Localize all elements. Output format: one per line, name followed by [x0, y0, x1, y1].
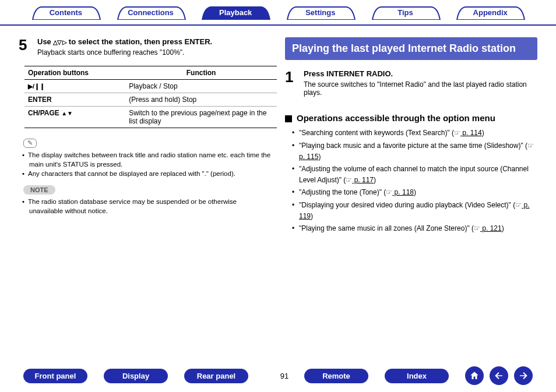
tab-label: Settings: [280, 5, 361, 20]
page-content: 5 Use △▽ ▷ to select the station, then p…: [0, 26, 556, 236]
hand-pointer-icon: ☞: [515, 201, 522, 209]
tab-label: Playback: [195, 5, 276, 20]
list-item: Any characters that cannot be displayed …: [29, 169, 271, 178]
hand-pointer-icon: ☞: [474, 224, 480, 232]
pill-remote[interactable]: Remote: [304, 369, 368, 383]
page-link[interactable]: p. 114: [460, 129, 482, 137]
tab-label: Tips: [365, 5, 446, 20]
page-link[interactable]: p. 115: [299, 153, 318, 161]
list-item: "Playing the same music in all zones (Al…: [299, 223, 537, 234]
step-5: 5 Use △▽ ▷ to select the station, then p…: [19, 37, 271, 62]
tab-playback[interactable]: Playback: [195, 5, 276, 20]
page-link[interactable]: p. 117: [352, 176, 374, 184]
page-link[interactable]: p. 121: [480, 224, 502, 232]
hand-pointer-icon: ☞: [346, 176, 352, 184]
function-cell: (Press and hold) Stop: [125, 93, 277, 107]
next-page-button[interactable]: [514, 366, 533, 385]
table-header-buttons: Operation buttons: [24, 66, 125, 80]
hand-pointer-icon: ☞: [527, 142, 534, 150]
prev-page-button[interactable]: [490, 366, 508, 385]
table-row: ▶/❙❙ Playback / Stop: [24, 80, 277, 93]
button-cell: ENTER: [24, 93, 125, 107]
step-desc: Playback starts once buffering reaches "…: [37, 48, 271, 56]
table-header-function: Function: [125, 66, 277, 80]
pills-left-group: Front panelDisplayRear panel: [23, 369, 265, 383]
tab-connections[interactable]: Connections: [111, 5, 191, 20]
table-row: ENTER (Press and hold) Stop: [24, 93, 277, 107]
hand-pointer-icon: ☞: [454, 129, 460, 137]
step-1: 1 Press INTERNET RADIO. The source switc…: [285, 69, 537, 103]
tab-label: Connections: [111, 5, 191, 20]
play-pause-icon: ▶/❙❙: [28, 83, 45, 90]
operation-buttons-table: Operation buttons Function ▶/❙❙ Playback…: [24, 66, 277, 128]
tab-contents[interactable]: Contents: [26, 5, 106, 20]
tab-label: Appendix: [450, 5, 530, 20]
list-item: "Searching content with keywords (Text S…: [299, 128, 537, 139]
page-link[interactable]: p. 118: [392, 188, 414, 196]
square-bullet-icon: [285, 115, 292, 122]
pill-display[interactable]: Display: [104, 369, 168, 383]
step-title: Use △▽ ▷ to select the station, then pre…: [37, 37, 271, 46]
step-body: Press INTERNET RADIO. The source switche…: [304, 69, 537, 103]
list-item: The radio station database service may b…: [29, 197, 271, 216]
info-bullets: The display switches between track title…: [19, 150, 271, 178]
step-number: 1: [285, 69, 298, 103]
bottom-nav: Front panelDisplayRear panel 91 RemoteIn…: [0, 366, 556, 385]
button-cell: ▶/❙❙: [24, 80, 125, 93]
nav-triangles-icon: △▽ ▷: [53, 39, 66, 45]
tab-tips[interactable]: Tips: [365, 5, 446, 20]
options-heading-text: Operations accessible through the option…: [297, 113, 495, 123]
pencil-icon: ✎: [23, 139, 37, 148]
options-list: "Searching content with keywords (Text S…: [285, 128, 537, 234]
tab-settings[interactable]: Settings: [280, 5, 361, 20]
up-down-icon: ▲▼: [61, 110, 73, 116]
step-desc: The source switches to "Internet Radio" …: [304, 80, 537, 97]
step-title: Press INTERNET RADIO.: [304, 69, 537, 78]
pill-rear-panel[interactable]: Rear panel: [184, 369, 248, 383]
button-cell: CH/PAGE ▲▼: [24, 107, 125, 128]
hand-pointer-icon: ☞: [386, 188, 392, 196]
list-item: "Playing back music and a favorite pictu…: [299, 140, 537, 162]
step-title-pre: Use: [37, 37, 53, 46]
list-item: "Adjusting the tone (Tone)" (☞ p. 118): [299, 187, 537, 198]
nav-icon-group: [465, 366, 533, 385]
page-number: 91: [276, 372, 293, 380]
section-banner: Playing the last played Internet Radio s…: [285, 37, 537, 60]
home-button[interactable]: [465, 366, 484, 385]
table-row: CH/PAGE ▲▼ Switch to the previous page/n…: [24, 107, 277, 128]
left-column: 5 Use △▽ ▷ to select the station, then p…: [19, 37, 271, 236]
step-number: 5: [19, 37, 31, 62]
note-badge: NOTE: [23, 185, 55, 195]
pill-front-panel[interactable]: Front panel: [23, 369, 87, 383]
top-tab-bar: Contents Connections Playback Settings T…: [0, 0, 556, 26]
list-item: The display switches between track title…: [29, 150, 271, 169]
options-heading: Operations accessible through the option…: [285, 113, 537, 123]
list-item: "Displaying your desired video during au…: [299, 200, 537, 221]
page-link[interactable]: p. 119: [299, 201, 530, 220]
tab-label: Contents: [26, 5, 106, 20]
right-column: Playing the last played Internet Radio s…: [285, 37, 537, 236]
function-cell: Switch to the previous page/next page in…: [125, 107, 277, 128]
step-title-post: to select the station, then press ENTER.: [66, 37, 212, 46]
tab-appendix[interactable]: Appendix: [450, 5, 530, 20]
pill-index[interactable]: Index: [385, 369, 449, 383]
list-item: "Adjusting the volume of each channel to…: [299, 164, 537, 185]
function-cell: Playback / Stop: [125, 80, 277, 93]
pills-right-group: RemoteIndex: [304, 369, 465, 383]
note-bullets: The radio station database service may b…: [19, 197, 271, 216]
step-body: Use △▽ ▷ to select the station, then pre…: [37, 37, 271, 62]
